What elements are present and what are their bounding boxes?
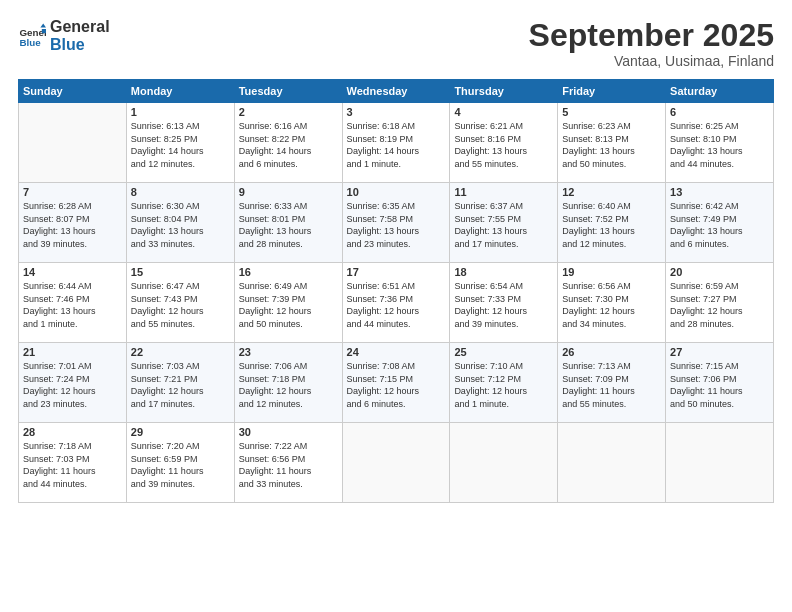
- cell-w3d4: 25Sunrise: 7:10 AM Sunset: 7:12 PM Dayli…: [450, 343, 558, 423]
- day-info: Sunrise: 6:42 AM Sunset: 7:49 PM Dayligh…: [670, 200, 769, 250]
- day-number: 7: [23, 186, 122, 198]
- cell-w4d3: [342, 423, 450, 503]
- header-friday: Friday: [558, 80, 666, 103]
- cell-w1d5: 12Sunrise: 6:40 AM Sunset: 7:52 PM Dayli…: [558, 183, 666, 263]
- header-sunday: Sunday: [19, 80, 127, 103]
- cell-w2d6: 20Sunrise: 6:59 AM Sunset: 7:27 PM Dayli…: [666, 263, 774, 343]
- cell-w4d4: [450, 423, 558, 503]
- day-number: 10: [347, 186, 446, 198]
- day-info: Sunrise: 6:54 AM Sunset: 7:33 PM Dayligh…: [454, 280, 553, 330]
- header-monday: Monday: [126, 80, 234, 103]
- day-number: 19: [562, 266, 661, 278]
- day-number: 30: [239, 426, 338, 438]
- title-block: September 2025 Vantaa, Uusimaa, Finland: [529, 18, 774, 69]
- day-info: Sunrise: 6:28 AM Sunset: 8:07 PM Dayligh…: [23, 200, 122, 250]
- cell-w1d6: 13Sunrise: 6:42 AM Sunset: 7:49 PM Dayli…: [666, 183, 774, 263]
- day-number: 11: [454, 186, 553, 198]
- day-info: Sunrise: 6:18 AM Sunset: 8:19 PM Dayligh…: [347, 120, 446, 170]
- cell-w4d6: [666, 423, 774, 503]
- day-info: Sunrise: 6:35 AM Sunset: 7:58 PM Dayligh…: [347, 200, 446, 250]
- day-info: Sunrise: 6:59 AM Sunset: 7:27 PM Dayligh…: [670, 280, 769, 330]
- cell-w3d0: 21Sunrise: 7:01 AM Sunset: 7:24 PM Dayli…: [19, 343, 127, 423]
- cell-w2d1: 15Sunrise: 6:47 AM Sunset: 7:43 PM Dayli…: [126, 263, 234, 343]
- day-info: Sunrise: 7:22 AM Sunset: 6:56 PM Dayligh…: [239, 440, 338, 490]
- cell-w4d5: [558, 423, 666, 503]
- week-row-0: 1Sunrise: 6:13 AM Sunset: 8:25 PM Daylig…: [19, 103, 774, 183]
- day-info: Sunrise: 6:37 AM Sunset: 7:55 PM Dayligh…: [454, 200, 553, 250]
- day-number: 6: [670, 106, 769, 118]
- day-info: Sunrise: 7:10 AM Sunset: 7:12 PM Dayligh…: [454, 360, 553, 410]
- day-number: 13: [670, 186, 769, 198]
- day-number: 26: [562, 346, 661, 358]
- day-number: 4: [454, 106, 553, 118]
- cell-w1d4: 11Sunrise: 6:37 AM Sunset: 7:55 PM Dayli…: [450, 183, 558, 263]
- day-number: 3: [347, 106, 446, 118]
- cell-w0d2: 2Sunrise: 6:16 AM Sunset: 8:22 PM Daylig…: [234, 103, 342, 183]
- logo-blue: Blue: [50, 36, 110, 54]
- calendar-page: General Blue General Blue September 2025…: [0, 0, 792, 612]
- cell-w4d2: 30Sunrise: 7:22 AM Sunset: 6:56 PM Dayli…: [234, 423, 342, 503]
- cell-w4d0: 28Sunrise: 7:18 AM Sunset: 7:03 PM Dayli…: [19, 423, 127, 503]
- calendar-table: Sunday Monday Tuesday Wednesday Thursday…: [18, 79, 774, 503]
- day-number: 15: [131, 266, 230, 278]
- day-number: 9: [239, 186, 338, 198]
- day-number: 8: [131, 186, 230, 198]
- cell-w2d2: 16Sunrise: 6:49 AM Sunset: 7:39 PM Dayli…: [234, 263, 342, 343]
- week-row-4: 28Sunrise: 7:18 AM Sunset: 7:03 PM Dayli…: [19, 423, 774, 503]
- cell-w0d0: [19, 103, 127, 183]
- day-info: Sunrise: 7:18 AM Sunset: 7:03 PM Dayligh…: [23, 440, 122, 490]
- cell-w1d1: 8Sunrise: 6:30 AM Sunset: 8:04 PM Daylig…: [126, 183, 234, 263]
- day-number: 20: [670, 266, 769, 278]
- day-info: Sunrise: 7:06 AM Sunset: 7:18 PM Dayligh…: [239, 360, 338, 410]
- day-info: Sunrise: 6:44 AM Sunset: 7:46 PM Dayligh…: [23, 280, 122, 330]
- day-number: 29: [131, 426, 230, 438]
- cell-w1d3: 10Sunrise: 6:35 AM Sunset: 7:58 PM Dayli…: [342, 183, 450, 263]
- day-info: Sunrise: 6:25 AM Sunset: 8:10 PM Dayligh…: [670, 120, 769, 170]
- cell-w2d3: 17Sunrise: 6:51 AM Sunset: 7:36 PM Dayli…: [342, 263, 450, 343]
- day-info: Sunrise: 7:13 AM Sunset: 7:09 PM Dayligh…: [562, 360, 661, 410]
- day-number: 2: [239, 106, 338, 118]
- cell-w2d5: 19Sunrise: 6:56 AM Sunset: 7:30 PM Dayli…: [558, 263, 666, 343]
- week-row-3: 21Sunrise: 7:01 AM Sunset: 7:24 PM Dayli…: [19, 343, 774, 423]
- day-info: Sunrise: 6:33 AM Sunset: 8:01 PM Dayligh…: [239, 200, 338, 250]
- day-number: 18: [454, 266, 553, 278]
- logo-general: General: [50, 18, 110, 36]
- day-number: 21: [23, 346, 122, 358]
- day-info: Sunrise: 7:01 AM Sunset: 7:24 PM Dayligh…: [23, 360, 122, 410]
- day-number: 17: [347, 266, 446, 278]
- cell-w1d0: 7Sunrise: 6:28 AM Sunset: 8:07 PM Daylig…: [19, 183, 127, 263]
- header: General Blue General Blue September 2025…: [18, 18, 774, 69]
- cell-w0d1: 1Sunrise: 6:13 AM Sunset: 8:25 PM Daylig…: [126, 103, 234, 183]
- day-info: Sunrise: 6:40 AM Sunset: 7:52 PM Dayligh…: [562, 200, 661, 250]
- cell-w4d1: 29Sunrise: 7:20 AM Sunset: 6:59 PM Dayli…: [126, 423, 234, 503]
- cell-w2d4: 18Sunrise: 6:54 AM Sunset: 7:33 PM Dayli…: [450, 263, 558, 343]
- day-info: Sunrise: 7:20 AM Sunset: 6:59 PM Dayligh…: [131, 440, 230, 490]
- day-number: 23: [239, 346, 338, 358]
- logo-icon: General Blue: [18, 22, 46, 50]
- day-info: Sunrise: 7:08 AM Sunset: 7:15 PM Dayligh…: [347, 360, 446, 410]
- cell-w3d3: 24Sunrise: 7:08 AM Sunset: 7:15 PM Dayli…: [342, 343, 450, 423]
- day-number: 12: [562, 186, 661, 198]
- day-number: 5: [562, 106, 661, 118]
- calendar-header: Sunday Monday Tuesday Wednesday Thursday…: [19, 80, 774, 103]
- svg-text:Blue: Blue: [19, 36, 41, 47]
- day-info: Sunrise: 6:49 AM Sunset: 7:39 PM Dayligh…: [239, 280, 338, 330]
- header-wednesday: Wednesday: [342, 80, 450, 103]
- cell-w0d6: 6Sunrise: 6:25 AM Sunset: 8:10 PM Daylig…: [666, 103, 774, 183]
- cell-w3d1: 22Sunrise: 7:03 AM Sunset: 7:21 PM Dayli…: [126, 343, 234, 423]
- day-info: Sunrise: 6:51 AM Sunset: 7:36 PM Dayligh…: [347, 280, 446, 330]
- header-thursday: Thursday: [450, 80, 558, 103]
- day-info: Sunrise: 6:21 AM Sunset: 8:16 PM Dayligh…: [454, 120, 553, 170]
- day-info: Sunrise: 6:23 AM Sunset: 8:13 PM Dayligh…: [562, 120, 661, 170]
- day-number: 27: [670, 346, 769, 358]
- day-info: Sunrise: 6:16 AM Sunset: 8:22 PM Dayligh…: [239, 120, 338, 170]
- svg-marker-2: [40, 23, 46, 27]
- cell-w3d2: 23Sunrise: 7:06 AM Sunset: 7:18 PM Dayli…: [234, 343, 342, 423]
- header-row: Sunday Monday Tuesday Wednesday Thursday…: [19, 80, 774, 103]
- cell-w0d3: 3Sunrise: 6:18 AM Sunset: 8:19 PM Daylig…: [342, 103, 450, 183]
- page-subtitle: Vantaa, Uusimaa, Finland: [529, 53, 774, 69]
- day-number: 24: [347, 346, 446, 358]
- week-row-2: 14Sunrise: 6:44 AM Sunset: 7:46 PM Dayli…: [19, 263, 774, 343]
- header-tuesday: Tuesday: [234, 80, 342, 103]
- svg-marker-3: [42, 29, 46, 33]
